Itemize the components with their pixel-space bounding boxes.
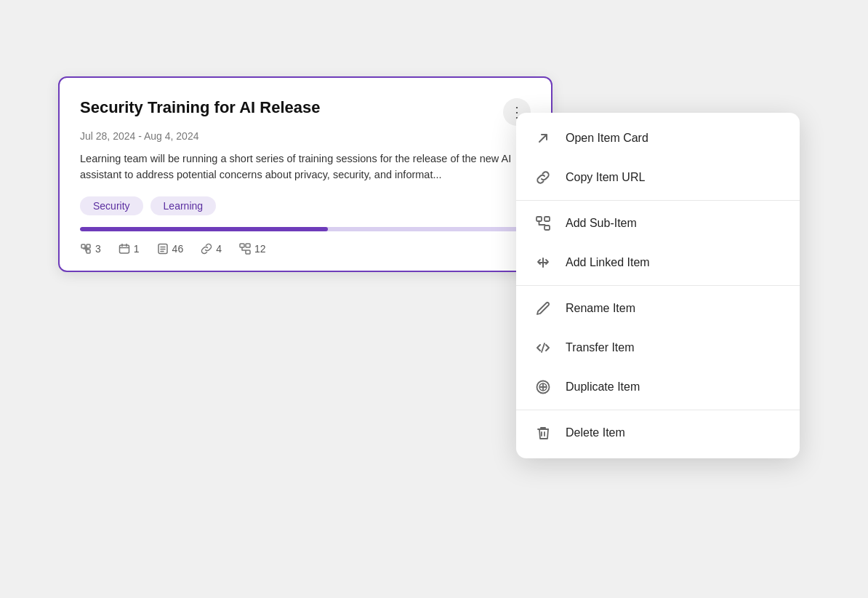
menu-rename-item[interactable]: Rename Item [516, 289, 800, 328]
menu-delete-item[interactable]: Delete Item [516, 413, 800, 453]
svg-rect-10 [544, 226, 550, 230]
progress-bar-fill [80, 227, 328, 231]
card-header: Security Training for AI Release ⋮ [80, 98, 531, 126]
menu-rename-item-label: Rename Item [566, 302, 635, 315]
card-title: Security Training for AI Release [80, 98, 321, 117]
stat-link-value: 4 [216, 243, 222, 255]
svg-rect-2 [87, 244, 90, 248]
stat-calendar-value: 1 [134, 243, 140, 255]
stat-linked-value: 3 [95, 243, 101, 255]
tags-container: Security Learning [80, 196, 531, 215]
menu-add-sub-item-label: Add Sub-Item [566, 217, 637, 230]
trash-icon [534, 423, 552, 442]
arrow-up-right-icon [534, 129, 552, 148]
svg-rect-6 [246, 244, 250, 247]
svg-rect-1 [87, 250, 90, 253]
stat-sub: 12 [239, 243, 266, 255]
pencil-icon [534, 299, 552, 318]
scene: Security Training for AI Release ⋮ Jul 2… [0, 0, 868, 598]
stat-linked: 3 [80, 243, 101, 255]
item-card: Security Training for AI Release ⋮ Jul 2… [58, 76, 552, 272]
stat-link: 4 [201, 243, 222, 255]
svg-rect-9 [544, 217, 550, 221]
menu-copy-item-url-label: Copy Item URL [566, 171, 645, 184]
menu-add-sub-item[interactable]: Add Sub-Item [516, 204, 800, 243]
svg-rect-7 [246, 250, 250, 254]
menu-open-item-card[interactable]: Open Item Card [516, 119, 800, 158]
linked-icon [80, 243, 92, 255]
menu-divider-2 [516, 285, 800, 286]
linked-item-icon [534, 253, 552, 272]
progress-bar-container [80, 227, 531, 231]
link-icon [201, 243, 212, 255]
copy-link-icon [534, 168, 552, 187]
sub-item-icon [534, 214, 552, 233]
card-stats: 3 1 46 [80, 243, 531, 255]
card-description: Learning team will be running a short se… [80, 151, 531, 183]
menu-transfer-item-label: Transfer Item [566, 341, 635, 354]
tag-learning: Learning [150, 196, 217, 215]
menu-copy-item-url[interactable]: Copy Item URL [516, 158, 800, 197]
stat-doc-value: 46 [172, 243, 184, 255]
menu-duplicate-item[interactable]: Duplicate Item [516, 367, 800, 407]
sub-icon [239, 243, 251, 255]
tag-security: Security [80, 196, 143, 215]
menu-open-item-card-label: Open Item Card [566, 132, 648, 145]
doc-icon [157, 243, 169, 255]
menu-duplicate-item-label: Duplicate Item [566, 380, 640, 394]
code-icon [534, 338, 552, 357]
calendar-icon [118, 243, 130, 255]
menu-add-linked-item-label: Add Linked Item [566, 256, 650, 269]
card-date: Jul 28, 2024 - Aug 4, 2024 [80, 130, 531, 142]
menu-divider-1 [516, 200, 800, 201]
svg-rect-3 [119, 245, 129, 253]
stat-doc: 46 [157, 243, 184, 255]
menu-add-linked-item[interactable]: Add Linked Item [516, 243, 800, 282]
svg-rect-0 [81, 244, 85, 248]
menu-transfer-item[interactable]: Transfer Item [516, 328, 800, 367]
stat-calendar: 1 [118, 243, 140, 255]
menu-delete-item-label: Delete Item [566, 426, 625, 439]
context-menu: Open Item Card Copy Item URL [516, 113, 800, 458]
menu-divider-3 [516, 410, 800, 410]
duplicate-icon [534, 378, 552, 396]
stat-sub-value: 12 [254, 243, 266, 255]
